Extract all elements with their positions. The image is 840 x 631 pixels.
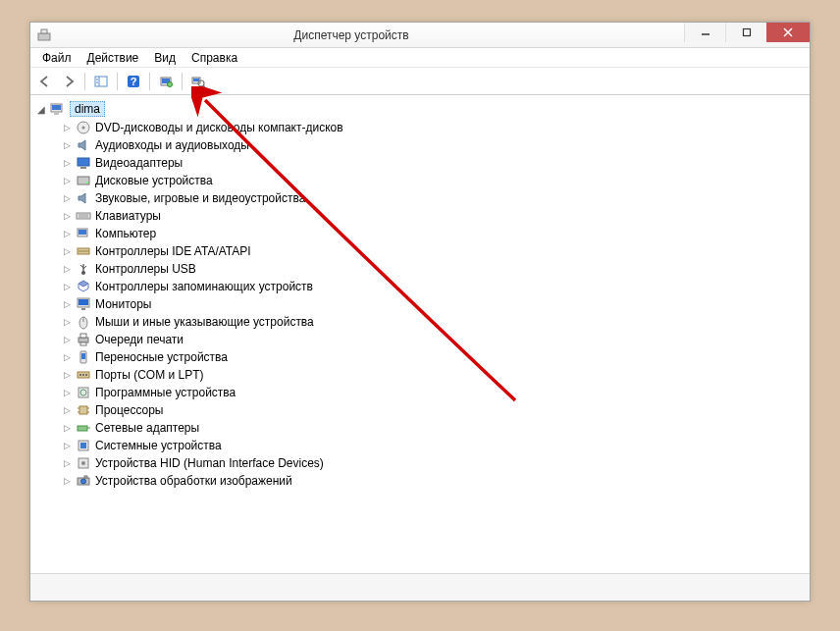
tree-node[interactable]: ▷Видеоадаптеры: [62, 154, 804, 172]
expander-icon[interactable]: ▷: [62, 264, 72, 274]
expander-icon[interactable]: ▷: [62, 317, 72, 327]
computer-icon: [76, 226, 91, 241]
tree-node-label: Видеоадаптеры: [95, 156, 183, 170]
svg-line-18: [203, 85, 205, 87]
expander-icon[interactable]: ▷: [62, 352, 72, 362]
svg-rect-32: [79, 230, 86, 235]
toolbar-separator: [117, 73, 118, 90]
menu-file[interactable]: Файл: [34, 49, 79, 67]
close-button[interactable]: [766, 23, 810, 42]
expander-icon[interactable]: ▷: [62, 176, 72, 185]
expander-icon[interactable]: ▷: [62, 299, 72, 309]
tree-node[interactable]: ▷Программные устройства: [62, 384, 804, 401]
expander-icon[interactable]: ▷: [62, 193, 72, 203]
menu-view[interactable]: Вид: [146, 49, 184, 67]
device-tree[interactable]: ◢ dima ▷DVD-дисководы и дисководы компак…: [30, 95, 810, 573]
ide-icon: [76, 243, 91, 259]
tree-node-label: Очереди печати: [95, 333, 184, 346]
tree-node-label: Контроллеры USB: [95, 262, 196, 276]
device-search-icon: [191, 75, 205, 88]
tree-node[interactable]: ▷Контроллеры USB: [62, 260, 804, 278]
forward-arrow-icon: [62, 75, 76, 88]
toolbar: ?: [30, 68, 810, 95]
svg-rect-48: [81, 353, 85, 359]
expander-icon[interactable]: ▷: [62, 229, 72, 238]
tree-node[interactable]: ▷Клавиатуры: [62, 207, 804, 225]
svg-rect-21: [54, 113, 59, 115]
forward-button[interactable]: [58, 71, 79, 92]
tree-node[interactable]: ▷Компьютер: [62, 225, 804, 242]
tree-pane-icon: [94, 75, 108, 88]
menu-help[interactable]: Справка: [184, 49, 245, 67]
hdd-icon: [76, 173, 91, 188]
tree-node-label: Порты (COM и LPT): [95, 368, 204, 382]
tree-root-row[interactable]: ◢ dima: [36, 101, 804, 117]
tree-node-label: Дисковые устройства: [95, 174, 213, 187]
expander-icon[interactable]: ▷: [62, 476, 72, 486]
expander-icon[interactable]: ▷: [62, 458, 72, 468]
tree-node[interactable]: ▷Контроллеры IDE ATA/ATAPI: [62, 242, 804, 260]
tree-node[interactable]: ▷Системные устройства: [62, 437, 804, 454]
minimize-button[interactable]: [684, 23, 725, 42]
caption-buttons: [684, 23, 810, 42]
storage-icon: [76, 279, 91, 294]
tree-node[interactable]: ▷Очереди печати: [62, 331, 804, 348]
tree-node[interactable]: ▷Аудиовходы и аудиовыходы: [62, 136, 804, 154]
tree-node[interactable]: ▷Устройства обработки изображений: [62, 472, 804, 490]
hid-icon: [76, 455, 91, 471]
show-hide-tree-button[interactable]: [90, 71, 112, 92]
svg-rect-28: [77, 213, 90, 219]
tree-node[interactable]: ▷Переносные устройства: [62, 348, 804, 366]
tree-node[interactable]: ▷Контроллеры запоминающих устройств: [62, 278, 804, 295]
back-button[interactable]: [34, 71, 56, 92]
tree-node[interactable]: ▷Сетевые адаптеры: [62, 419, 804, 437]
scan-icon: [159, 75, 173, 88]
expander-icon[interactable]: ▷: [62, 140, 72, 150]
scan-hardware-button[interactable]: [155, 71, 177, 92]
tree-node[interactable]: ▷Мониторы: [62, 295, 804, 313]
svg-rect-68: [84, 476, 87, 478]
expander-icon[interactable]: ▷: [62, 405, 72, 415]
printer-icon: [76, 332, 91, 347]
tree-node[interactable]: ▷Процессоры: [62, 401, 804, 419]
maximize-button[interactable]: [725, 23, 766, 42]
svg-point-14: [168, 81, 173, 86]
expander-icon[interactable]: ▷: [62, 335, 72, 344]
expander-icon[interactable]: ▷: [62, 423, 72, 433]
back-arrow-icon: [38, 75, 52, 88]
tree-node-label: Процессоры: [95, 403, 164, 417]
expander-icon[interactable]: ▷: [62, 211, 72, 221]
svg-rect-3: [743, 29, 750, 36]
net-icon: [76, 420, 91, 436]
help-button[interactable]: ?: [123, 71, 144, 92]
tree-node[interactable]: ▷Звуковые, игровые и видеоустройства: [62, 189, 804, 207]
tree-node[interactable]: ▷DVD-дисководы и дисководы компакт-диско…: [62, 119, 804, 136]
expander-icon[interactable]: ◢: [36, 104, 46, 115]
computer-icon: [50, 101, 66, 117]
tree-node-label: Звуковые, игровые и видеоустройства: [95, 191, 305, 205]
svg-rect-44: [79, 338, 88, 342]
tree-node-label: Устройства обработки изображений: [95, 474, 292, 488]
port-icon: [76, 367, 91, 383]
titlebar: Диспетчер устройств: [30, 23, 810, 48]
mouse-icon: [76, 314, 91, 330]
show-hidden-devices-button[interactable]: [187, 71, 209, 92]
device-manager-window: Диспетчер устройств Файл Действие Вид Сп…: [29, 22, 811, 602]
menu-action[interactable]: Действие: [79, 49, 147, 67]
expander-icon[interactable]: ▷: [62, 282, 72, 291]
svg-rect-6: [95, 77, 107, 86]
portable-icon: [76, 349, 91, 365]
tree-node[interactable]: ▷Мыши и иные указывающие устройства: [62, 313, 804, 331]
tree-node[interactable]: ▷Дисковые устройства: [62, 172, 804, 189]
expander-icon[interactable]: ▷: [62, 123, 72, 132]
tree-node[interactable]: ▷Порты (COM и LPT): [62, 366, 804, 384]
expander-icon[interactable]: ▷: [62, 246, 72, 256]
expander-icon[interactable]: ▷: [62, 441, 72, 450]
expander-icon[interactable]: ▷: [62, 388, 72, 397]
expander-icon[interactable]: ▷: [62, 158, 72, 168]
tree-root-label[interactable]: dima: [70, 101, 105, 117]
tree-node-label: Переносные устройства: [95, 350, 228, 364]
tree-node[interactable]: ▷Устройства HID (Human Interface Devices…: [62, 454, 804, 472]
svg-rect-55: [79, 406, 87, 414]
expander-icon[interactable]: ▷: [62, 370, 72, 380]
